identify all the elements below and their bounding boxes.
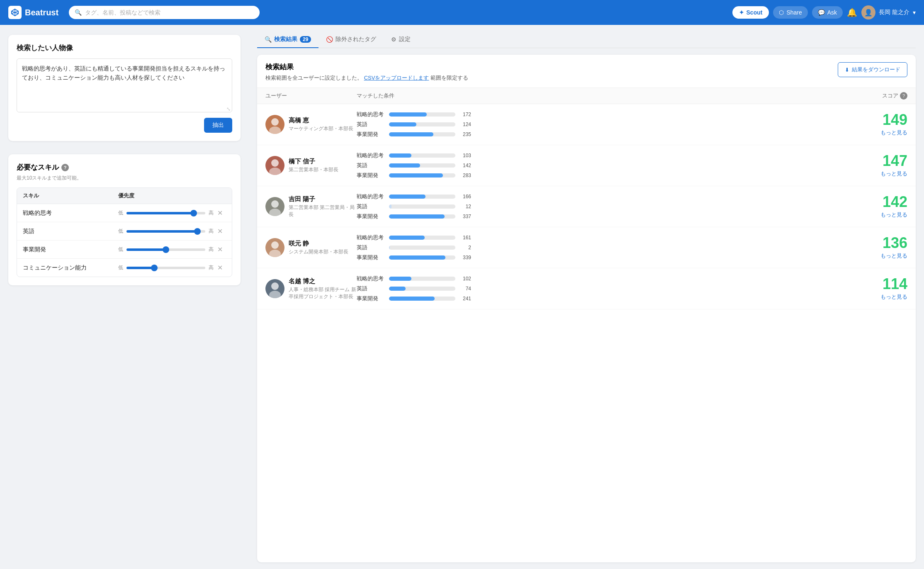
user-info-2[interactable]: 吉田 陽子 第二営業本部 第二営業局・局長 — [265, 195, 357, 218]
score-number-1: 147 — [883, 153, 907, 168]
skill-bar-value-1-2: 283 — [459, 173, 471, 178]
share-icon: ⬡ — [779, 9, 784, 16]
remove-skill-button-2[interactable]: ✕ — [214, 246, 226, 253]
user-role-1: 第二営業本部・本部長 — [289, 166, 338, 173]
priority-high-label-0: 高 — [209, 209, 214, 216]
main-content: 検索したい人物像 戦略的思考があり、英語にも精通している事業開発担当を担えるスキ… — [0, 25, 924, 569]
skill-bar-label-1-2: 事業開発 — [357, 172, 386, 179]
skill-bars-3: 戦略的思考 161 英語 2 事業開発 339 — [357, 234, 824, 261]
more-link-0[interactable]: もっと見る — [880, 129, 907, 136]
resize-handle-icon: ⤡ — [226, 106, 231, 112]
skill-bars-1: 戦略的思考 103 英語 142 事業開発 283 — [357, 152, 824, 179]
user-role-0: マーケティング本部・本部長 — [289, 125, 353, 132]
tab-excluded-tags[interactable]: 🚫 除外されたタグ — [319, 32, 384, 48]
remove-skill-button-1[interactable]: ✕ — [214, 227, 226, 235]
tab-results-label: 検索結果 — [274, 36, 297, 43]
skill-bar-row-0-0: 戦略的思考 172 — [357, 111, 824, 118]
skill-bar-label-3-2: 事業開発 — [357, 254, 386, 261]
col-skill-header: スキル — [23, 192, 118, 199]
skill-bar-container-0-0 — [389, 112, 455, 117]
remove-skill-button-3[interactable]: ✕ — [214, 264, 226, 272]
skills-help-icon[interactable]: ? — [61, 164, 69, 171]
skill-row-1: 英語 低 高 ✕ — [17, 222, 232, 241]
skill-bar-container-2-0 — [389, 195, 455, 199]
more-link-1[interactable]: もっと見る — [880, 170, 907, 178]
skill-slider-track-2[interactable] — [126, 248, 205, 251]
user-info-0[interactable]: 高橋 恵 マーケティング本部・本部長 — [265, 115, 357, 134]
user-name-0: 高橋 恵 — [289, 117, 353, 124]
global-search-bar[interactable]: 🔍 — [69, 6, 260, 19]
user-avatar-1 — [265, 156, 284, 175]
more-link-2[interactable]: もっと見る — [880, 211, 907, 219]
priority-high-label-3: 高 — [209, 264, 214, 271]
extract-button[interactable]: 抽出 — [204, 118, 232, 133]
results-header-left: 検索結果 検索範囲を全ユーザーに設定しました。 CSVをアップロードします 範囲… — [265, 62, 468, 82]
priority-high-label-2: 高 — [209, 246, 214, 253]
score-number-2: 142 — [883, 195, 907, 209]
result-row-4: 名越 博之 人事・総務本部 採用チーム 新卒採用プロジェクト・本部長 戦略的思考… — [257, 268, 916, 309]
more-link-4[interactable]: もっと見る — [880, 293, 907, 301]
user-details-2: 吉田 陽子 第二営業本部 第二営業局・局長 — [289, 195, 357, 218]
tab-settings[interactable]: ⚙ 設定 — [384, 32, 418, 48]
skill-slider-3: 低 高 — [118, 264, 214, 271]
skill-bar-container-1-2 — [389, 173, 455, 178]
skill-slider-track-3[interactable] — [126, 267, 205, 269]
user-role-3: システム開発本部・本部長 — [289, 248, 348, 255]
skill-bar-row-2-2: 事業開発 337 — [357, 213, 824, 220]
skill-bars-0: 戦略的思考 172 英語 124 事業開発 235 — [357, 111, 824, 138]
skill-bar-fill-4-1 — [389, 287, 406, 291]
skill-bar-value-0-0: 172 — [459, 112, 471, 117]
skill-bar-value-2-0: 166 — [459, 194, 471, 199]
scout-button[interactable]: ✦ Scout — [732, 6, 769, 19]
skill-bar-label-3-1: 英語 — [357, 244, 386, 251]
download-button[interactable]: ⬇ 結果をダウンロード — [838, 62, 907, 77]
skill-bar-row-0-2: 事業開発 235 — [357, 131, 824, 138]
more-link-3[interactable]: もっと見る — [880, 252, 907, 260]
score-col-3: 136 もっと見る — [824, 236, 907, 260]
skill-slider-track-0[interactable] — [126, 212, 205, 214]
csv-upload-link[interactable]: CSVをアップロードします — [364, 75, 429, 81]
skills-title-row: 必要なスキル ? — [17, 163, 232, 172]
user-details-1: 橋下 信子 第二営業本部・本部長 — [289, 158, 338, 173]
user-name-3: 咲元 静 — [289, 240, 348, 248]
ask-button[interactable]: 💬 Ask — [812, 6, 843, 19]
user-info-1[interactable]: 橋下 信子 第二営業本部・本部長 — [265, 156, 357, 175]
remove-skill-button-0[interactable]: ✕ — [214, 209, 226, 217]
skill-bar-value-4-2: 241 — [459, 296, 471, 302]
search-persona-card: 検索したい人物像 戦略的思考があり、英語にも精通している事業開発担当を担えるスキ… — [8, 35, 241, 141]
left-panel: 検索したい人物像 戦略的思考があり、英語にも精通している事業開発担当を担えるスキ… — [0, 25, 249, 569]
excluded-tag-icon: 🚫 — [326, 36, 333, 43]
user-role-4: 人事・総務本部 採用チーム 新卒採用プロジェクト・本部長 — [289, 286, 357, 300]
user-info-4[interactable]: 名越 博之 人事・総務本部 採用チーム 新卒採用プロジェクト・本部長 — [265, 277, 357, 300]
skill-bar-fill-4-2 — [389, 297, 435, 301]
skill-bar-label-3-0: 戦略的思考 — [357, 234, 386, 241]
svg-point-5 — [269, 126, 281, 134]
skill-bar-fill-2-2 — [389, 214, 445, 219]
search-textarea[interactable]: 戦略的思考があり、英語にも精通している事業開発担当を担えるスキルを持っており、コ… — [17, 58, 232, 112]
tab-results[interactable]: 🔍 検索結果 29 — [257, 32, 319, 48]
skill-bar-fill-3-0 — [389, 236, 425, 240]
chevron-down-icon: ▾ — [913, 9, 916, 16]
skill-name-2: 事業開発 — [23, 246, 118, 253]
share-button[interactable]: ⬡ Share — [773, 6, 807, 19]
search-input[interactable] — [85, 9, 254, 16]
skill-row-0: 戦略的思考 低 高 ✕ — [17, 204, 232, 222]
skill-bar-container-4-2 — [389, 297, 455, 301]
user-menu[interactable]: 👤 長岡 龍之介 ▾ — [861, 5, 916, 19]
skill-bar-row-3-2: 事業開発 339 — [357, 254, 824, 261]
skill-name-1: 英語 — [23, 228, 118, 235]
skill-bar-container-2-2 — [389, 214, 455, 219]
skill-bar-value-1-0: 103 — [459, 153, 471, 158]
score-help-icon[interactable]: ? — [900, 92, 907, 100]
skills-title-text: 必要なスキル — [17, 163, 59, 172]
skill-slider-track-1[interactable] — [126, 230, 205, 233]
notification-bell-icon[interactable]: 🔔 — [847, 7, 857, 17]
score-number-3: 136 — [883, 236, 907, 250]
skill-bar-container-4-1 — [389, 287, 455, 291]
scout-sparkle-icon: ✦ — [739, 9, 744, 16]
user-info-3[interactable]: 咲元 静 システム開発本部・本部長 — [265, 238, 357, 257]
skill-bar-fill-1-1 — [389, 163, 420, 168]
skill-bar-value-3-1: 2 — [459, 245, 471, 250]
results-area: 検索結果 検索範囲を全ユーザーに設定しました。 CSVをアップロードします 範囲… — [257, 55, 916, 562]
score-col-1: 147 もっと見る — [824, 153, 907, 178]
